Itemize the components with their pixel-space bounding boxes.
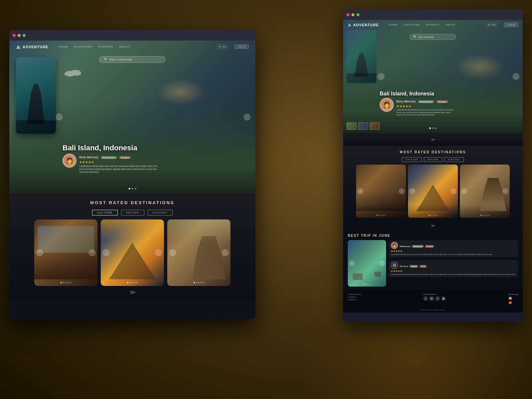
laptop-nav-stories[interactable]: STORIES xyxy=(98,45,113,48)
laptop-location-name: Bali Island, Indonesia xyxy=(63,144,249,152)
footer-privacy[interactable]: Privacy & Policy xyxy=(348,293,361,295)
nature-arrow-right[interactable]: › xyxy=(451,189,456,194)
desktop-hero-dots xyxy=(343,127,523,129)
desktop-stars: ★★★★★ xyxy=(396,104,456,108)
laptop-nav-login[interactable]: LOG IN xyxy=(235,45,249,49)
culture-arrow-right[interactable]: › xyxy=(399,189,404,194)
laptop-nav-about[interactable]: ABOUT xyxy=(119,45,131,48)
reviewer-1-stars: ★★★★★ xyxy=(391,250,516,253)
nav-discover-desktop[interactable]: DISCOVER xyxy=(404,24,420,26)
android-icon[interactable]: 🤖 xyxy=(508,296,518,300)
laptop-nature-arrow-right[interactable]: › xyxy=(155,249,162,256)
laptop-user-info: 👩 Rory Mercury Backpacker Blogger ★★★★★ … xyxy=(63,154,249,174)
laptop-nature-arrow-left[interactable]: ‹ xyxy=(103,249,109,256)
laptop-nav-home[interactable]: HOME xyxy=(58,45,68,48)
laptop-section-title: MOST RATED DESTINATIONS xyxy=(16,200,249,205)
laptop-dot-red xyxy=(13,34,16,37)
footer-contact[interactable]: Contact Us xyxy=(348,299,361,301)
laptop-dot-green xyxy=(23,34,26,37)
laptop-dest-card-nature: ‹ › xyxy=(101,219,164,286)
nav-login-desktop[interactable]: LOG IN xyxy=(504,23,518,27)
desktop-tab-history[interactable]: HISTORY xyxy=(444,157,464,162)
reviewer-2-badge1: Agency xyxy=(410,265,418,268)
browser-dot-green xyxy=(356,13,359,16)
laptop-tab-history[interactable]: HISTORY xyxy=(148,210,173,215)
laptop-dest-card-history: ‹ › xyxy=(167,219,230,286)
footer-links: Privacy & Policy Feedback Contact Us xyxy=(348,293,361,301)
trip-arrow-left[interactable]: ‹ xyxy=(349,261,354,266)
footer-app: Get the app 🤖 🍎 xyxy=(508,293,518,304)
laptop-cloud xyxy=(156,79,206,105)
laptop-nav-discover[interactable]: DISCOVER xyxy=(74,45,92,48)
desktop-hero-arrow-right[interactable]: › xyxy=(513,73,519,80)
laptop-badge1: Backpacker xyxy=(101,156,116,159)
desktop-search-text: Bali, Indonesia xyxy=(418,36,434,38)
desktop-destinations: ‹ › ‹ › xyxy=(348,165,518,218)
desktop-location-name: Bali Island, Indonesia xyxy=(380,91,518,97)
desktop-hero-arrow-left[interactable]: ‹ xyxy=(378,73,384,80)
browser-dot-yellow xyxy=(351,13,354,16)
desktop-badge1: Backpacker xyxy=(418,100,434,103)
desktop-window: ADVENTURE HOME DISCOVER STORIES ABOUT IN… xyxy=(343,9,523,322)
laptop-culture-arrow-right[interactable]: › xyxy=(89,249,95,256)
reviewer-1-avatar: 👩 xyxy=(391,242,398,249)
reviewer-1-badge2: Traveller xyxy=(425,245,434,248)
nature-arrow-left[interactable]: ‹ xyxy=(410,189,415,194)
desktop-review-1: 👩 MillaPacker Backpacker Traveller ★★★★★… xyxy=(389,240,518,257)
desktop-user-details: Rory Mercury Backpacker Blogger ★★★★★ Lu… xyxy=(396,98,456,116)
reviewer-1-name: MillaPacker xyxy=(400,245,411,247)
nav-stories-desktop[interactable]: STORIES xyxy=(426,24,440,26)
reviewer-2-badge2: Travel xyxy=(420,265,427,268)
laptop-slide-card xyxy=(16,57,56,134)
laptop-hero-arrow-left[interactable]: ‹ xyxy=(56,114,63,120)
laptop-search-input[interactable]: 🔍 Bali, Indonesia xyxy=(99,56,166,63)
laptop-down-arrow[interactable]: ≫ xyxy=(16,286,249,296)
desktop-down-arrow[interactable]: ≫ xyxy=(348,136,518,144)
browser-chrome-desktop xyxy=(343,9,523,20)
nav-lang-desktop[interactable]: IN / EN xyxy=(486,23,498,27)
laptop-culture-dots xyxy=(34,282,97,283)
desktop-slide-card xyxy=(346,30,376,83)
reviewer-1-badge1: Backpacker xyxy=(412,245,423,248)
laptop-tab-culture[interactable]: CULTURE xyxy=(92,210,118,215)
desktop-user-info: 👩 Rory Mercury Backpacker Blogger ★★★★★ … xyxy=(380,98,518,116)
youtube-icon[interactable]: ▶ xyxy=(441,296,446,301)
laptop-hero: ADVENTURE HOME DISCOVER STORIES ABOUT IN… xyxy=(9,41,255,194)
laptop-user-avatar: 👩 xyxy=(63,154,76,168)
twitter-icon[interactable]: t xyxy=(435,296,440,301)
laptop-history-arrow-right[interactable]: › xyxy=(222,249,228,256)
review-2-header: ☮ MyTravel Agency Travel xyxy=(391,262,516,269)
desktop-tab-nature[interactable]: NATURE xyxy=(424,157,442,162)
laptop-culture-arrow-left[interactable]: ‹ xyxy=(36,249,43,256)
culture-arrow-left[interactable]: ‹ xyxy=(358,189,363,194)
apple-icon[interactable]: 🍎 xyxy=(508,301,518,304)
trip-arrow-right[interactable]: › xyxy=(379,261,385,266)
history-arrow-right[interactable]: › xyxy=(503,189,508,194)
nature-dots xyxy=(408,215,458,216)
facebook-icon[interactable]: f xyxy=(423,296,428,301)
footer-feedback[interactable]: Feedback xyxy=(348,296,361,298)
desktop-username: Rory Mercury xyxy=(396,100,416,103)
browser-dot-red xyxy=(346,13,349,16)
browser-chrome-laptop xyxy=(9,30,255,41)
nav-home-desktop[interactable]: HOME xyxy=(389,24,398,26)
laptop-user-details: Rory Mercury Backpacker Blogger ★★★★★ Lu… xyxy=(79,154,159,174)
laptop-history-arrow-left[interactable]: ‹ xyxy=(169,249,176,256)
laptop-nav-lang[interactable]: IN / EN xyxy=(217,45,228,49)
nav-about-desktop[interactable]: ABOUT xyxy=(446,24,456,26)
desktop-search-bar[interactable]: 🔍 Bali, Indonesia xyxy=(410,34,456,40)
laptop-hero-content: Bali Island, Indonesia 👩 Rory Mercury Ba… xyxy=(63,144,249,174)
desktop-down-arrow-2[interactable]: ≫ xyxy=(343,222,523,230)
laptop-hero-arrow-right[interactable]: › xyxy=(244,114,250,120)
desktop-tab-culture[interactable]: CULTURE xyxy=(402,157,422,162)
dot-1 xyxy=(429,127,431,129)
laptop-most-rated: MOST RATED DESTINATIONS CULTURE NATURE H… xyxy=(9,194,255,299)
laptop-logo-triangle xyxy=(16,45,21,49)
laptop-tab-nature[interactable]: NATURE xyxy=(121,210,144,215)
desktop-best-trip-title: BEST TRIP IN JUNE xyxy=(348,234,518,237)
reviewer-1-text: Luspendisse blandit quam quis amet leo c… xyxy=(391,253,516,256)
history-arrow-left[interactable]: ‹ xyxy=(462,189,467,194)
instagram-icon[interactable]: 📷 xyxy=(429,296,434,301)
laptop-hero-dots xyxy=(9,188,255,190)
desktop-dest-card-history: ‹ › xyxy=(460,165,510,218)
